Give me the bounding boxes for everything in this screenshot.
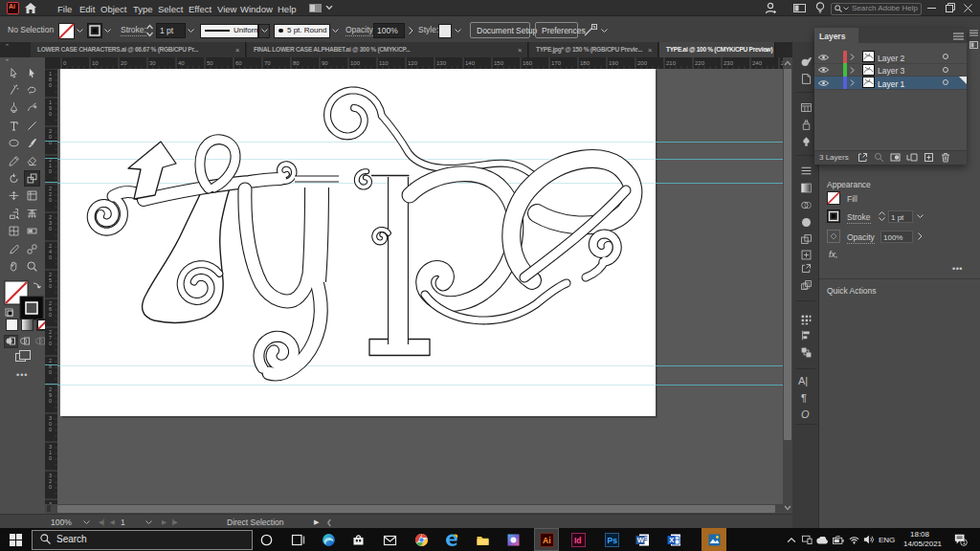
svg-text:110: 110 xyxy=(379,60,389,66)
svg-text:0: 0 xyxy=(49,283,52,289)
svg-text:Ai: Ai xyxy=(543,536,551,545)
svg-text:1: 1 xyxy=(963,540,966,545)
svg-text:230: 230 xyxy=(724,60,734,66)
svg-text:0: 0 xyxy=(49,226,52,231)
svg-text:0: 0 xyxy=(49,312,52,318)
svg-text:0: 0 xyxy=(49,254,52,260)
svg-text:X: X xyxy=(669,536,674,544)
svg-text:0: 0 xyxy=(49,111,52,117)
svg-text:130: 130 xyxy=(436,60,447,66)
svg-text:0: 0 xyxy=(49,197,52,203)
svg-text:150: 150 xyxy=(494,60,504,66)
svg-text:50: 50 xyxy=(207,60,213,66)
svg-text:0: 0 xyxy=(49,82,52,88)
svg-text:210: 210 xyxy=(666,60,677,66)
svg-text:0: 0 xyxy=(49,455,52,461)
svg-text:180: 180 xyxy=(580,60,590,66)
svg-text:0: 0 xyxy=(49,140,52,145)
svg-text:W: W xyxy=(636,536,644,544)
svg-text:90: 90 xyxy=(322,60,328,66)
svg-text:190: 190 xyxy=(609,60,619,66)
svg-text:120: 120 xyxy=(408,60,418,66)
svg-text:Id: Id xyxy=(574,536,582,545)
svg-text:0: 0 xyxy=(49,484,52,490)
svg-text:100: 100 xyxy=(350,60,361,66)
svg-text:170: 170 xyxy=(551,60,562,66)
svg-text:200: 200 xyxy=(637,60,648,66)
svg-text:Ps: Ps xyxy=(607,536,617,545)
svg-text:0: 0 xyxy=(49,341,52,346)
svg-text:70: 70 xyxy=(264,60,271,66)
svg-text:0: 0 xyxy=(49,168,52,174)
svg-text:40: 40 xyxy=(178,60,185,66)
svg-text:80: 80 xyxy=(293,60,300,66)
svg-text:240: 240 xyxy=(752,60,763,66)
svg-text:30: 30 xyxy=(149,60,156,66)
svg-text:60: 60 xyxy=(235,60,242,66)
svg-text:140: 140 xyxy=(465,60,476,66)
svg-text:220: 220 xyxy=(695,60,705,66)
svg-text:0: 0 xyxy=(49,427,52,432)
svg-text:0: 0 xyxy=(49,369,52,375)
svg-text:20: 20 xyxy=(121,60,127,66)
svg-text:160: 160 xyxy=(523,60,533,66)
svg-text:10: 10 xyxy=(92,60,99,66)
svg-text:0: 0 xyxy=(49,398,52,404)
